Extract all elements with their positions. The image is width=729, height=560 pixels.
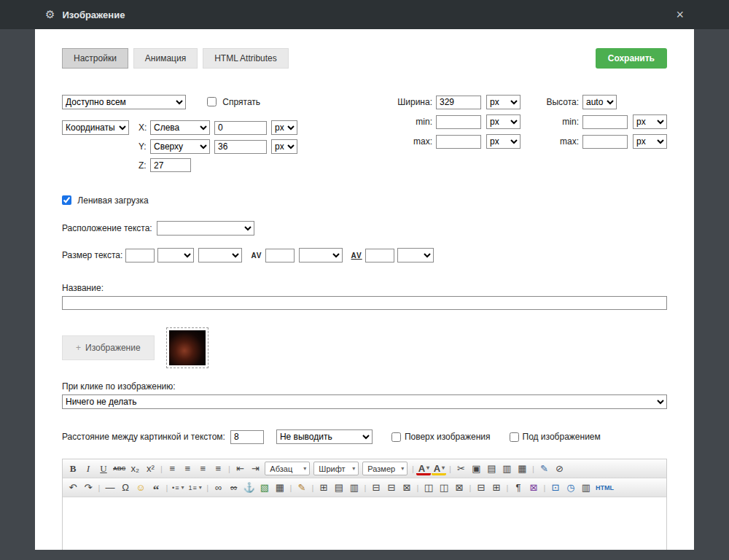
text-above-image-checkbox[interactable] — [391, 432, 401, 442]
visual-characters-icon[interactable]: ¶ — [511, 481, 526, 495]
iframe-icon[interactable]: ⊡ — [548, 481, 563, 495]
letter-spacing-unit-select[interactable] — [299, 248, 343, 262]
italic-icon[interactable]: I — [81, 462, 95, 476]
distance-row: Расстояние между картинкой и текстом: Не… — [62, 429, 667, 444]
insert-table-icon[interactable]: ⊞ — [316, 481, 331, 495]
subscript-icon[interactable]: x₂ — [128, 462, 142, 476]
close-icon[interactable]: × — [676, 8, 684, 21]
indent-icon[interactable]: ⇥ — [248, 462, 262, 476]
align-right-icon[interactable]: ≡ — [195, 462, 210, 476]
x-value-input[interactable] — [214, 121, 267, 135]
max-width-unit-select[interactable]: px — [486, 134, 521, 149]
copy-icon[interactable]: ▣ — [469, 462, 483, 476]
insert-row-after-icon[interactable]: ⊟ — [384, 481, 399, 495]
on-click-select[interactable]: Ничего не делать — [62, 394, 667, 409]
paste-from-word-icon[interactable]: ▦ — [515, 462, 529, 476]
edit-html-icon[interactable]: ✎ — [295, 481, 309, 495]
delete-row-icon[interactable]: ⊠ — [399, 481, 414, 495]
save-button[interactable]: Сохранить — [596, 48, 667, 69]
table-cell-properties-icon[interactable]: ▥ — [347, 481, 362, 495]
text-below-image-checkbox[interactable] — [510, 432, 519, 442]
cut-icon[interactable]: ✂ — [453, 462, 468, 476]
paste-as-text-icon[interactable]: ▥ — [499, 462, 514, 476]
max-width-input[interactable] — [436, 135, 481, 149]
font-size-select[interactable]: Размер — [362, 462, 408, 475]
blockquote-icon[interactable]: “ — [149, 481, 163, 495]
horizontal-rule-icon[interactable]: — — [103, 481, 117, 495]
bold-icon[interactable]: B — [66, 462, 80, 476]
visibility-select[interactable]: Доступно всем — [62, 95, 186, 109]
hide-checkbox[interactable] — [207, 97, 217, 106]
text-position-select[interactable] — [157, 221, 254, 236]
remove-format-icon[interactable]: ⊘ — [552, 462, 566, 476]
y-unit-select[interactable]: px — [271, 139, 297, 154]
link-icon[interactable]: ∞ — [211, 481, 226, 495]
underline-icon[interactable]: U — [96, 462, 111, 476]
insert-row-before-icon[interactable]: ⊟ — [369, 481, 383, 495]
align-center-icon[interactable]: ≡ — [180, 462, 195, 476]
outdent-icon[interactable]: ⇤ — [233, 462, 247, 476]
min-height-unit-select[interactable]: px — [633, 114, 667, 129]
media-icon[interactable]: ▦ — [273, 481, 287, 495]
insert-time-icon[interactable]: ◷ — [564, 481, 578, 495]
superscript-icon[interactable]: x² — [143, 462, 157, 476]
text-color-icon[interactable]: A — [416, 463, 431, 475]
font-size-unit-select[interactable] — [157, 248, 194, 262]
align-left-icon[interactable]: ≡ — [165, 462, 179, 476]
table-row-properties-icon[interactable]: ▤ — [332, 481, 346, 495]
merge-cells-icon[interactable]: ⊞ — [489, 481, 504, 495]
image-thumbnail[interactable] — [166, 327, 208, 368]
insert-column-before-icon[interactable]: ◫ — [421, 481, 436, 495]
unlink-icon[interactable]: ∞ — [227, 481, 241, 495]
strikethrough-icon[interactable]: ABC — [112, 462, 127, 476]
anchor-icon[interactable]: ⚓ — [242, 481, 257, 495]
lazy-loading-checkbox[interactable] — [62, 195, 71, 205]
numbered-list-icon[interactable]: 1≡ — [187, 481, 203, 495]
width-unit-select[interactable]: px — [486, 95, 521, 109]
align-justify-icon[interactable]: ≡ — [211, 462, 225, 476]
min-height-input[interactable] — [582, 115, 628, 129]
delete-column-icon[interactable]: ⊠ — [452, 481, 467, 495]
distance-input[interactable] — [230, 430, 264, 444]
max-height-unit-select[interactable]: px — [633, 134, 667, 149]
tab-html-attributes[interactable]: HTML Attributes — [203, 48, 289, 69]
insert-column-after-icon[interactable]: ◫ — [437, 481, 451, 495]
width-input[interactable] — [436, 96, 481, 109]
page-break-icon[interactable]: ⊠ — [526, 481, 541, 495]
special-character-icon[interactable]: Ω — [118, 481, 133, 495]
add-image-button[interactable]: +Изображение — [62, 335, 155, 360]
word-spacing-unit-select[interactable] — [397, 248, 434, 262]
y-anchor-select[interactable]: Сверху — [150, 139, 210, 154]
paragraph-format-select[interactable]: Абзац — [265, 462, 310, 475]
font-size-input[interactable] — [125, 249, 155, 262]
line-height-select[interactable] — [198, 248, 242, 262]
min-width-input[interactable] — [436, 115, 481, 129]
undo-icon[interactable]: ↶ — [66, 481, 80, 495]
z-value-input[interactable] — [150, 158, 191, 172]
name-input[interactable] — [62, 296, 667, 310]
image-icon[interactable]: ▧ — [257, 481, 272, 495]
max-height-input[interactable] — [582, 135, 628, 149]
bullet-list-icon[interactable]: •≡ — [171, 481, 186, 495]
background-color-icon[interactable]: A — [432, 463, 446, 475]
text-output-select[interactable]: Не выводить — [276, 429, 373, 444]
split-cells-icon[interactable]: ⊟ — [474, 481, 488, 495]
paste-icon[interactable]: ▤ — [484, 462, 499, 476]
tab-settings[interactable]: Настройки — [62, 48, 128, 69]
tab-animation[interactable]: Анимация — [133, 48, 198, 69]
layers-icon[interactable]: ▥ — [579, 481, 593, 495]
y-value-input[interactable] — [214, 140, 267, 154]
letter-spacing-input[interactable] — [265, 249, 295, 262]
editor-content[interactable] — [63, 497, 666, 550]
redo-icon[interactable]: ↷ — [81, 481, 95, 495]
coordinates-mode-select[interactable]: Координаты — [62, 120, 129, 135]
min-width-unit-select[interactable]: px — [486, 114, 521, 129]
x-anchor-select[interactable]: Слева — [150, 120, 210, 135]
format-brush-icon[interactable]: ✎ — [537, 462, 551, 476]
x-unit-select[interactable]: px — [271, 120, 297, 135]
font-family-select[interactable]: Шрифт — [313, 462, 359, 475]
html-source-icon[interactable]: HTML — [594, 481, 615, 495]
emoticon-icon[interactable]: ☺ — [133, 481, 148, 495]
word-spacing-input[interactable] — [365, 249, 394, 262]
height-select[interactable]: auto — [582, 95, 617, 109]
